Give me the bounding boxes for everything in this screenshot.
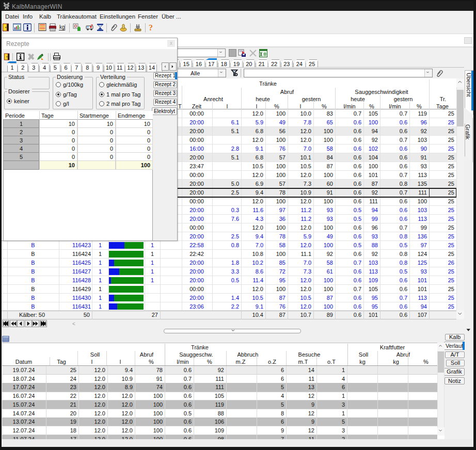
svg-text:kg: kg [59,24,65,30]
svg-text:?: ? [149,23,153,31]
